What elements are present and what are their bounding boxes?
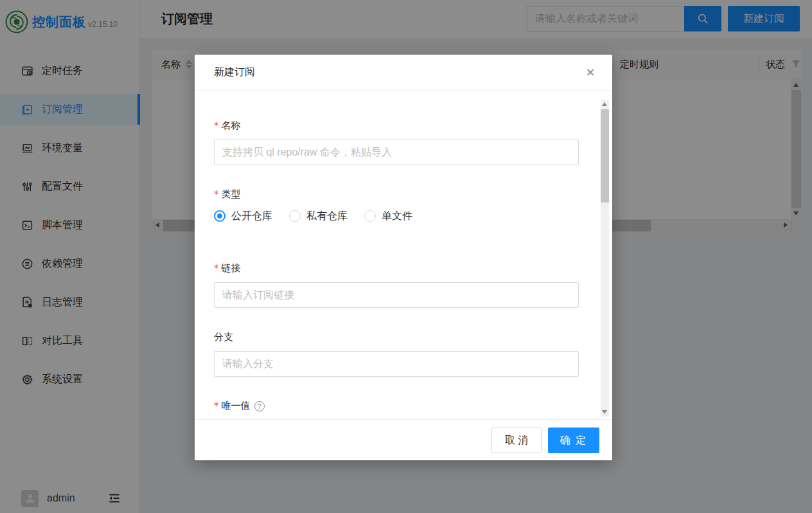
modal-title: 新建订阅: [214, 66, 255, 79]
name-input[interactable]: [214, 140, 579, 165]
label-text: 链接: [222, 262, 241, 274]
modal-body: 名称 类型 公开仓库 私有仓库: [195, 91, 612, 419]
close-icon[interactable]: ✕: [583, 65, 598, 80]
cancel-button[interactable]: 取 消: [491, 428, 542, 453]
modal-header: 新建订阅 ✕: [195, 55, 612, 91]
radio-checked-icon: [214, 210, 225, 222]
radio-public-repo[interactable]: 公开仓库: [214, 210, 272, 223]
field-unique-value: 唯一值 ?: [214, 400, 579, 412]
radio-unchecked-icon: [364, 210, 376, 222]
field-branch: 分支: [214, 331, 579, 377]
field-label-name: 名称: [214, 120, 579, 132]
label-text: 唯一值: [222, 400, 251, 412]
field-type: 类型 公开仓库 私有仓库 单文件: [214, 188, 579, 224]
field-label-link: 链接: [214, 262, 579, 274]
help-icon[interactable]: ?: [254, 401, 265, 411]
field-label-branch: 分支: [214, 331, 579, 343]
field-link: 链接: [214, 262, 579, 308]
branch-input[interactable]: [214, 351, 579, 377]
modal-footer: 取 消 确 定: [195, 419, 612, 460]
app-screen: 控制面板 v2.15.10 定时任务 订阅管理 环境变量: [0, 0, 812, 513]
field-label-unique: 唯一值 ?: [214, 400, 579, 412]
field-label-type: 类型: [214, 188, 579, 201]
modal-body-scrollbar[interactable]: [601, 100, 609, 417]
scroll-up-arrow[interactable]: [602, 102, 607, 106]
radio-label: 单文件: [382, 210, 412, 223]
radio-label: 私有仓库: [306, 210, 348, 223]
modal-scroll-thumb[interactable]: [601, 109, 609, 203]
field-name: 名称: [214, 120, 579, 165]
radio-private-repo[interactable]: 私有仓库: [289, 210, 348, 223]
type-radio-group: 公开仓库 私有仓库 单文件: [214, 208, 579, 224]
scroll-down-arrow[interactable]: [602, 410, 607, 414]
new-subscription-modal: 新建订阅 ✕ 名称 类型 公开仓库: [195, 55, 612, 460]
radio-unchecked-icon: [289, 210, 301, 222]
label-text: 名称: [222, 120, 241, 132]
radio-single-file[interactable]: 单文件: [364, 210, 412, 223]
radio-label: 公开仓库: [231, 210, 272, 223]
link-input[interactable]: [214, 282, 579, 308]
label-text: 类型: [222, 188, 241, 201]
ok-button[interactable]: 确 定: [548, 428, 599, 453]
label-text: 分支: [214, 331, 233, 343]
